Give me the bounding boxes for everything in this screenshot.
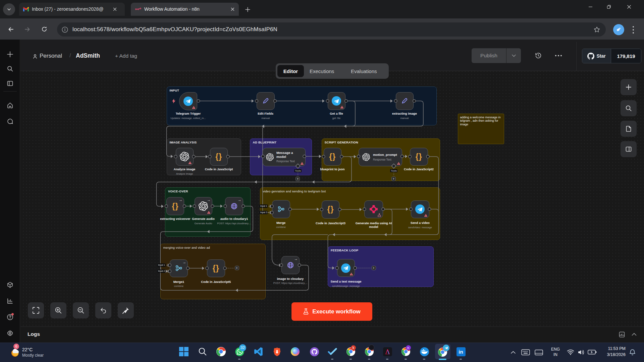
svg-text:Tools: Tools	[295, 169, 301, 172]
svg-text:Tools: Tools	[391, 169, 397, 172]
